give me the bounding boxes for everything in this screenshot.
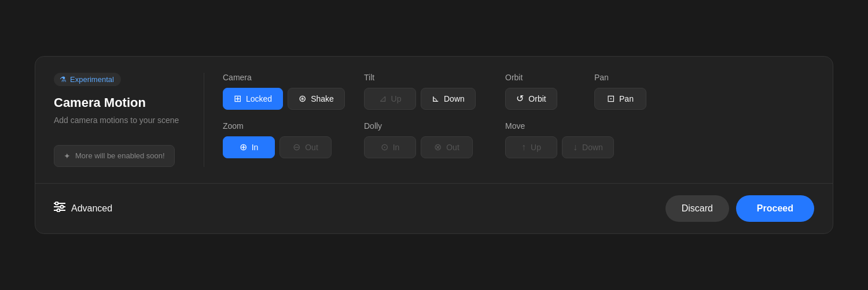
pan-buttons: ⊡ Pan	[594, 88, 670, 110]
pan-group: Pan ⊡ Pan	[594, 73, 670, 110]
svg-point-4	[61, 206, 64, 209]
pan-button[interactable]: ⊡ Pan	[594, 88, 646, 110]
zoom-out-icon: ⊖	[293, 143, 300, 152]
controls-grid: Camera ⊞ Locked ⊛ Shake	[223, 73, 814, 158]
zoom-in-label: In	[252, 143, 259, 152]
move-up-icon: ↑	[521, 143, 526, 152]
proceed-button[interactable]: Proceed	[736, 195, 814, 222]
feature-description: Add camera motions to your scene	[54, 115, 185, 127]
dialog-footer: Advanced Discard Proceed	[35, 184, 833, 233]
zoom-group: Zoom ⊕ In ⊖ Out	[223, 121, 350, 158]
orbit-group: Orbit ↺ Orbit	[505, 73, 580, 110]
right-panel: Camera ⊞ Locked ⊛ Shake	[204, 73, 814, 167]
dolly-in-icon: ⊙	[381, 143, 388, 152]
experimental-badge: ⚗ Experimental	[54, 73, 121, 86]
zoom-out-label: Out	[305, 143, 318, 152]
move-down-icon: ↓	[573, 143, 578, 152]
dolly-out-label: Out	[446, 143, 459, 152]
flask-icon: ⚗	[60, 75, 67, 84]
advanced-label: Advanced	[71, 203, 112, 214]
move-down-label: Down	[582, 143, 603, 152]
dolly-in-button[interactable]: ⊙ In	[364, 136, 416, 158]
tilt-group: Tilt ⊿ Up ⊾ Down	[364, 73, 491, 110]
orbit-label: Orbit	[505, 73, 580, 82]
orbit-btn-label: Orbit	[528, 94, 546, 103]
dolly-out-icon: ⊗	[434, 143, 442, 152]
tilt-down-button[interactable]: ⊾ Down	[421, 88, 476, 110]
svg-point-3	[56, 202, 58, 205]
camera-group: Camera ⊞ Locked ⊛ Shake	[223, 73, 350, 110]
zoom-label: Zoom	[223, 121, 350, 131]
dolly-label: Dolly	[364, 121, 491, 131]
move-buttons: ↑ Up ↓ Down	[505, 136, 656, 158]
dolly-out-button[interactable]: ⊗ Out	[421, 136, 473, 158]
zoom-in-button[interactable]: ⊕ In	[223, 136, 275, 158]
move-group: Move ↑ Up ↓ Down	[505, 121, 656, 158]
locked-button[interactable]: ⊞ Locked	[223, 88, 283, 110]
camera-buttons: ⊞ Locked ⊛ Shake	[223, 88, 350, 110]
zoom-buttons: ⊕ In ⊖ Out	[223, 136, 350, 158]
footer-right: Discard Proceed	[665, 195, 814, 222]
move-up-button[interactable]: ↑ Up	[505, 136, 557, 158]
dolly-group: Dolly ⊙ In ⊗ Out	[364, 121, 491, 158]
zoom-in-icon: ⊕	[240, 143, 247, 152]
svg-point-5	[57, 209, 60, 212]
dialog-body: ⚗ Experimental Camera Motion Add camera …	[35, 57, 833, 184]
pan-label: Pan	[594, 73, 670, 82]
tilt-buttons: ⊿ Up ⊾ Down	[364, 88, 491, 110]
shake-label: Shake	[311, 94, 334, 103]
dolly-buttons: ⊙ In ⊗ Out	[364, 136, 491, 158]
move-label: Move	[505, 121, 656, 131]
pan-btn-label: Pan	[619, 94, 634, 103]
coming-soon-label: More will be enabled soon!	[75, 151, 165, 160]
coming-soon-button: ✦ More will be enabled soon!	[54, 145, 175, 167]
left-panel: ⚗ Experimental Camera Motion Add camera …	[54, 73, 204, 167]
locked-label: Locked	[246, 94, 272, 103]
feature-title: Camera Motion	[54, 95, 185, 110]
orbit-button[interactable]: ↺ Orbit	[505, 88, 557, 110]
control-row-1: Camera ⊞ Locked ⊛ Shake	[223, 73, 814, 110]
orbit-buttons: ↺ Orbit	[505, 88, 580, 110]
badge-label: Experimental	[70, 75, 114, 84]
tilt-up-icon: ⊿	[379, 94, 387, 103]
tilt-down-icon: ⊾	[432, 94, 439, 103]
dialog: ⚗ Experimental Camera Motion Add camera …	[35, 56, 833, 234]
sparkle-icon: ✦	[64, 151, 71, 161]
zoom-out-button[interactable]: ⊖ Out	[279, 136, 332, 158]
camera-label: Camera	[223, 73, 350, 82]
shake-button[interactable]: ⊛ Shake	[288, 88, 345, 110]
pan-icon: ⊡	[607, 94, 615, 103]
orbit-icon: ↺	[516, 94, 524, 103]
move-down-button[interactable]: ↓ Down	[562, 136, 614, 158]
move-up-label: Up	[531, 143, 541, 152]
tilt-down-label: Down	[444, 94, 465, 103]
tilt-up-button[interactable]: ⊿ Up	[364, 88, 416, 110]
locked-icon: ⊞	[234, 94, 241, 103]
dolly-in-label: In	[393, 143, 400, 152]
tilt-up-label: Up	[391, 94, 402, 103]
discard-button[interactable]: Discard	[665, 195, 729, 222]
shake-icon: ⊛	[299, 94, 306, 103]
advanced-button[interactable]: Advanced	[54, 202, 112, 215]
sliders-icon	[54, 202, 65, 215]
tilt-label: Tilt	[364, 73, 491, 82]
control-row-2: Zoom ⊕ In ⊖ Out	[223, 121, 814, 158]
